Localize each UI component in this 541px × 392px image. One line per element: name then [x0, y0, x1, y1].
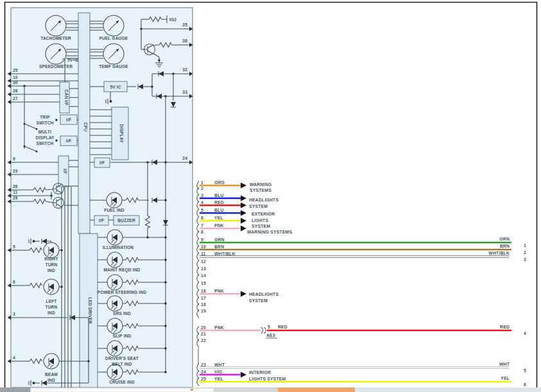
cpu-block: CPU — [78, 13, 90, 234]
wire-23-right-label: WHT — [499, 362, 510, 366]
wire-20-color-label: PNK — [214, 325, 224, 330]
wire-25-right-label: YEL — [501, 376, 510, 380]
wire-1-color-label: ORG — [214, 180, 225, 185]
right-turn-label-1: RIGHT — [44, 257, 58, 261]
wire-20-terminal-number: 4 — [524, 331, 526, 336]
taskbar-panel[interactable] — [31, 388, 214, 392]
display-label: DISPLAY — [119, 124, 124, 142]
wire-9-right-label: GRN — [499, 237, 510, 241]
pin-25: 25 — [13, 68, 18, 72]
if-24-label: I/F — [99, 160, 105, 165]
wire-11-color-label: WHT/BLK — [214, 251, 236, 256]
wire-20-right-label: RED — [500, 325, 510, 329]
taskbar-orange-segment[interactable] — [278, 388, 355, 392]
splice-pin-number: 5 — [268, 325, 270, 329]
pin-5: 5 — [13, 244, 15, 249]
destination-interior-1: INTERIOR — [249, 370, 271, 375]
taskbar-gray-segment[interactable] — [214, 388, 278, 392]
connector-pin-14-number: 14 — [201, 273, 206, 278]
destination-headlights2-2: SYSTEM — [249, 298, 268, 303]
wire-6-color-label: YEL — [214, 216, 223, 220]
taskbar-fragment[interactable] — [0, 388, 541, 392]
connector-pin-19-number: 19 — [201, 309, 206, 313]
pin-36: 36 — [182, 38, 187, 43]
wire-9-color-label: GRN — [214, 237, 225, 242]
maint-reqd-label: MAINT REQD IND — [103, 268, 140, 273]
srs-label: SRS IND — [113, 311, 131, 316]
trip-switch-label-1: TRIP — [40, 115, 50, 119]
pin-23: 23 — [13, 169, 18, 173]
multi-switch-label-1: MULTI — [39, 130, 51, 134]
connector-pin-15-number: 15 — [201, 281, 206, 285]
connector-pin-8-number: 8 — [201, 230, 203, 234]
wire-3-arrow — [241, 196, 246, 201]
wire-4-color-label: RED — [214, 200, 224, 205]
pin-30: 30 — [13, 80, 18, 85]
beam-label-2: IND — [47, 378, 55, 382]
destination-headlights-2: SYSTEM — [249, 204, 268, 209]
wire-5-color-label: BLU — [214, 208, 224, 212]
wire-10-color-label: BRN — [214, 244, 224, 249]
wire-16-color-label: PNK — [214, 289, 224, 293]
connector-pin-12-number: 12 — [201, 259, 206, 264]
wire-1-arrow — [241, 183, 246, 189]
pin-33: 33 — [182, 90, 187, 94]
wiring-diagram: CPU TACHOMETER FUEL GAUGE SPEEDOMETER TE… — [0, 0, 541, 392]
tachometer-label: TACHOMETER — [40, 36, 71, 40]
destination-headlights-1: HEADLIGHTS — [249, 198, 279, 202]
five-v-b-label: 5V+B — [67, 58, 78, 62]
left-turn-label-1: LEFT — [46, 299, 56, 303]
wire-5-arrow — [241, 210, 246, 216]
pin-6: 6 — [13, 280, 15, 284]
connector-pin-7-number: 7 — [201, 223, 203, 228]
wire-23-terminal-number: 5 — [524, 368, 526, 373]
wire-6-arrow — [241, 218, 246, 224]
connector-column: 1ORG23BLU4RED5BLU6YEL7PNK89GRNGRN110BRNB… — [197, 180, 526, 387]
destination-exterior-3: SYSTEM — [252, 224, 270, 228]
pin-10: 10 — [13, 75, 18, 80]
trip-switch-label-2: SWITCH — [37, 121, 54, 125]
connector-pin-24-number: 24 — [201, 370, 206, 374]
temp-gauge-label: TEMP GAUGE — [99, 64, 128, 69]
pin-28: 28 — [13, 89, 18, 93]
pin-27: 27 — [13, 96, 18, 101]
connector-pin-5-number: 5 — [201, 208, 203, 212]
connector-pin-2-number: 2 — [201, 186, 203, 191]
slip-label: SLIP IND — [113, 334, 132, 338]
wire-24-arrow — [241, 372, 246, 378]
wire-7-arrow — [241, 226, 246, 232]
right-turn-label-2: TURN — [46, 262, 58, 267]
connector-pin-5-arc — [197, 209, 199, 217]
buzzer-label: BUZZER — [117, 218, 135, 223]
can-if-label: CAN I/F — [64, 90, 69, 106]
destination-warning-systems-b: WARNING SYSTEMS — [247, 230, 292, 234]
wire-3-color-label: BLU — [214, 193, 224, 198]
pin-26: 26 — [13, 184, 18, 189]
multi-switch-label-3: SWITCH — [37, 141, 54, 146]
connector-pin-20-number: 20 — [201, 325, 206, 330]
destination-warning-systems-2: SYSTEMS — [250, 188, 271, 192]
splice-name: AE3 — [266, 333, 275, 337]
wire-23-color-label: WHT — [214, 362, 225, 367]
destination-warning-systems-1: WARNING — [250, 182, 271, 187]
connector-pin-22-number: 22 — [201, 338, 206, 343]
connector-pin-15-arc — [197, 282, 199, 291]
wire-24-color-label: VIO — [214, 370, 222, 374]
fuel-gauge-label: FUEL GAUGE — [99, 36, 128, 40]
destination-labels: WARNING SYSTEMS HEADLIGHTS SYSTEM EXTERI… — [247, 182, 292, 381]
taskbar-dark-segment[interactable] — [0, 388, 30, 392]
connector-pin-21-number: 21 — [201, 332, 206, 336]
pin-32: 32 — [182, 67, 187, 72]
wire-16-arrow — [241, 291, 246, 297]
wire-11-right-label: WHT/BLK — [488, 251, 510, 255]
destination-exterior-2: LIGHTS — [252, 218, 268, 223]
wire-10-terminal-number: 2 — [524, 250, 526, 255]
cruise-label: CRUISE IND — [109, 380, 135, 384]
destination-exterior-1: EXTERIOR — [252, 212, 275, 216]
connector-pin-17-number: 17 — [201, 296, 206, 300]
left-turn-label-3: IND — [47, 311, 55, 315]
taskbar-light-segment[interactable] — [355, 388, 541, 392]
seat-belt-label-1: DRIVER'S SEAT — [105, 356, 139, 361]
connector-pin-6-number: 6 — [201, 216, 203, 220]
wire-10-right-label: BRN — [500, 244, 510, 248]
